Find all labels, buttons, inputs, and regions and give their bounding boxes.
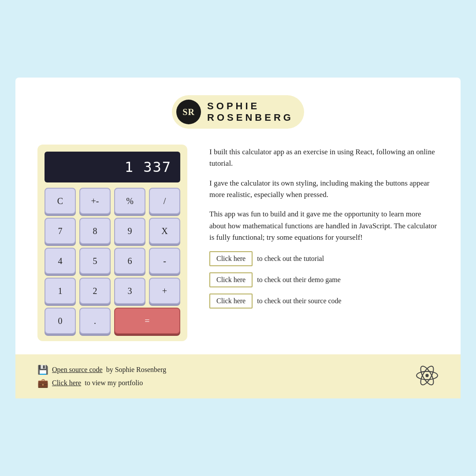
click-here-demo[interactable]: Click here xyxy=(209,272,253,287)
calc-display: 1 337 xyxy=(45,152,180,182)
briefcase-icon: 💼 xyxy=(37,378,48,388)
desc-paragraph-2: I gave the calculator its own styling, i… xyxy=(209,178,439,201)
header: SR SOPHIE ROSENBERG xyxy=(37,95,439,129)
link-row-3: Click here to check out their source cod… xyxy=(209,294,439,309)
link-text-source: to check out their source code xyxy=(257,297,341,305)
calc-btn-2[interactable]: 2 xyxy=(79,278,111,304)
link-text-tutorial: to check out the tutorial xyxy=(257,255,324,263)
open-source-link[interactable]: Open source code xyxy=(52,366,103,374)
click-here-tutorial[interactable]: Click here xyxy=(209,251,253,266)
calc-btn-subtract[interactable]: - xyxy=(149,248,180,274)
link-row-1: Click here to check out the tutorial xyxy=(209,251,439,266)
calc-btn-divide[interactable]: / xyxy=(149,188,180,214)
calc-btn-1[interactable]: 1 xyxy=(45,278,76,304)
logo-line1: SOPHIE xyxy=(207,100,294,112)
logo-pill: SR SOPHIE ROSENBERG xyxy=(172,95,304,129)
calc-btn-c[interactable]: C xyxy=(45,188,76,214)
main-content: 1 337 C +- % / 7 8 9 X 4 5 6 - 1 2 3 xyxy=(37,145,439,354)
calc-btn-7[interactable]: 7 xyxy=(45,218,76,244)
svg-point-3 xyxy=(425,374,428,377)
open-source-suffix: by Sophie Rosenberg xyxy=(106,366,167,374)
calc-buttons: C +- % / 7 8 9 X 4 5 6 - 1 2 3 + 0 xyxy=(45,188,180,334)
footer: 💾 Open source code by Sophie Rosenberg 💼… xyxy=(15,354,461,398)
logo-initials: SR xyxy=(182,107,195,117)
calc-btn-0[interactable]: 0 xyxy=(45,308,76,334)
calc-btn-plusminus[interactable]: +- xyxy=(79,188,111,214)
link-text-demo: to check out their demo game xyxy=(257,276,341,284)
footer-source-row: 💾 Open source code by Sophie Rosenberg xyxy=(37,364,166,375)
atom-svg-icon xyxy=(416,364,439,387)
calc-btn-3[interactable]: 3 xyxy=(114,278,145,304)
calc-btn-percent[interactable]: % xyxy=(114,188,145,214)
footer-portfolio-row: 💼 Click here to view my portfolio xyxy=(37,378,166,388)
desc-paragraph-3: This app was fun to build and it gave me… xyxy=(209,208,439,243)
logo-circle: SR xyxy=(176,100,201,124)
logo-text: SOPHIE ROSENBERG xyxy=(207,100,294,124)
calculator: 1 337 C +- % / 7 8 9 X 4 5 6 - 1 2 3 xyxy=(37,145,187,341)
calc-btn-8[interactable]: 8 xyxy=(79,218,111,244)
page-container: SR SOPHIE ROSENBERG 1 337 C +- % / 7 8 9… xyxy=(15,78,461,398)
link-row-2: Click here to check out their demo game xyxy=(209,272,439,287)
click-here-source[interactable]: Click here xyxy=(209,294,253,309)
description: I built this calculator app as an exerci… xyxy=(209,145,439,315)
calc-btn-dot[interactable]: . xyxy=(79,308,111,334)
react-logo xyxy=(416,364,439,389)
desc-paragraph-1: I built this calculator app as an exerci… xyxy=(209,146,439,170)
calc-btn-add[interactable]: + xyxy=(149,278,180,304)
calc-btn-4[interactable]: 4 xyxy=(45,248,76,274)
footer-left: 💾 Open source code by Sophie Rosenberg 💼… xyxy=(37,364,166,388)
calc-btn-6[interactable]: 6 xyxy=(114,248,145,274)
portfolio-link[interactable]: Click here xyxy=(52,379,81,387)
calc-btn-multiply[interactable]: X xyxy=(149,218,180,244)
calc-btn-equals[interactable]: = xyxy=(114,308,180,334)
calc-btn-9[interactable]: 9 xyxy=(114,218,145,244)
logo-line2: ROSENBERG xyxy=(207,112,294,123)
calc-btn-5[interactable]: 5 xyxy=(79,248,111,274)
github-icon: 💾 xyxy=(37,364,48,375)
portfolio-suffix: to view my portfolio xyxy=(85,379,143,387)
